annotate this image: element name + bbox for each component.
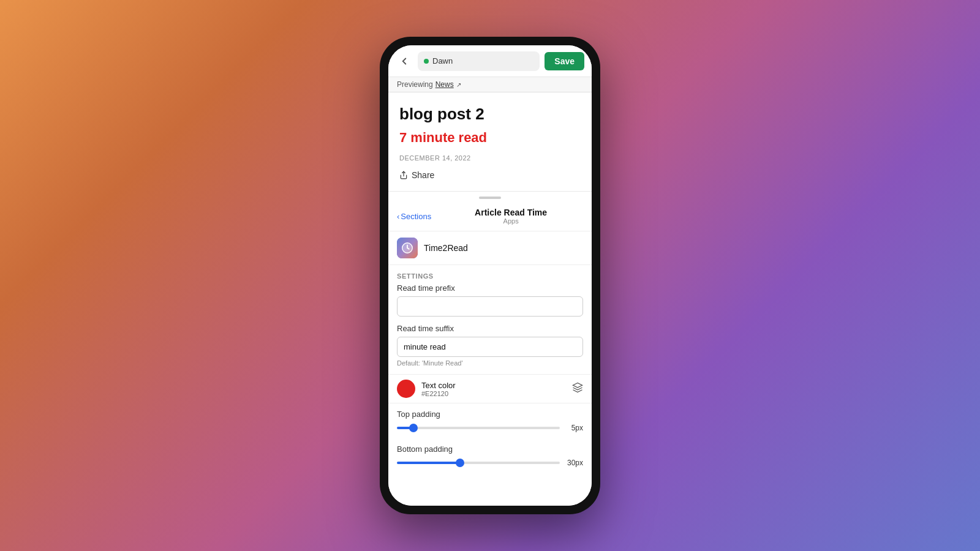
preview-bar: Previewing News ↗ bbox=[388, 77, 592, 92]
blog-title: blog post 2 bbox=[399, 105, 581, 124]
panel-title: Article Read Time bbox=[475, 208, 547, 217]
top-padding-label: Top padding bbox=[397, 410, 583, 419]
phone-screen: Dawn Save Previewing News ↗ blog post 2 … bbox=[388, 45, 592, 506]
bottom-padding-group: Bottom padding 30px bbox=[388, 438, 592, 473]
bottom-padding-value: 30px bbox=[565, 459, 583, 467]
suffix-field-group: Read time suffix Default: 'Minute Read' bbox=[388, 324, 592, 374]
settings-section-label: SETTINGS bbox=[388, 265, 592, 283]
app-icon bbox=[397, 238, 418, 258]
bottom-padding-label: Bottom padding bbox=[397, 444, 583, 454]
top-bar: Dawn Save bbox=[388, 45, 592, 77]
panel-title-group: Article Read Time Apps bbox=[439, 208, 583, 225]
site-selector[interactable]: Dawn bbox=[418, 51, 540, 71]
panel-subtitle: Apps bbox=[503, 217, 519, 225]
sections-label: Sections bbox=[401, 212, 431, 221]
layers-icon bbox=[572, 382, 583, 395]
save-button[interactable]: Save bbox=[545, 52, 584, 70]
previewing-label: Previewing bbox=[397, 80, 433, 89]
share-button[interactable]: Share bbox=[399, 170, 581, 180]
post-date: DECEMBER 14, 2022 bbox=[399, 154, 581, 162]
drag-handle bbox=[388, 192, 592, 201]
svg-marker-3 bbox=[573, 383, 582, 388]
top-padding-group: Top padding 5px bbox=[388, 403, 592, 438]
bottom-padding-slider[interactable] bbox=[397, 462, 560, 464]
read-time-display: 7 minute read bbox=[399, 130, 581, 146]
app-row: Time2Read bbox=[388, 231, 592, 265]
color-swatch bbox=[397, 380, 415, 398]
chevron-left-icon: ‹ bbox=[397, 212, 399, 221]
suffix-label: Read time suffix bbox=[397, 324, 583, 333]
drag-handle-bar bbox=[479, 197, 501, 199]
share-label: Share bbox=[412, 170, 434, 180]
bottom-padding-slider-row: 30px bbox=[397, 459, 583, 467]
prefix-label: Read time prefix bbox=[397, 283, 583, 293]
top-padding-slider[interactable] bbox=[397, 427, 560, 429]
content-area: blog post 2 7 minute read DECEMBER 14, 2… bbox=[388, 92, 592, 506]
back-button[interactable] bbox=[396, 53, 413, 70]
blog-preview: blog post 2 7 minute read DECEMBER 14, 2… bbox=[388, 92, 592, 192]
app-icon-background bbox=[397, 238, 418, 258]
color-row[interactable]: Text color #E22120 bbox=[388, 374, 592, 403]
phone-shell: Dawn Save Previewing News ↗ blog post 2 … bbox=[380, 37, 600, 514]
panel-header: ‹ Sections Article Read Time Apps bbox=[388, 201, 592, 231]
top-padding-value: 5px bbox=[565, 424, 583, 432]
color-info: Text color #E22120 bbox=[421, 381, 566, 397]
prefix-input[interactable] bbox=[397, 296, 583, 317]
site-status-dot bbox=[424, 59, 429, 64]
prefix-field-group: Read time prefix bbox=[388, 283, 592, 324]
preview-link[interactable]: News bbox=[435, 80, 454, 89]
suffix-hint: Default: 'Minute Read' bbox=[397, 359, 583, 367]
color-value: #E22120 bbox=[421, 390, 566, 397]
external-link-icon: ↗ bbox=[456, 81, 461, 88]
color-label: Text color bbox=[421, 381, 566, 390]
sections-back-button[interactable]: ‹ Sections bbox=[397, 212, 431, 221]
settings-panel: ‹ Sections Article Read Time Apps bbox=[388, 201, 592, 473]
top-padding-slider-row: 5px bbox=[397, 424, 583, 432]
site-name: Dawn bbox=[432, 56, 453, 66]
suffix-input[interactable] bbox=[397, 337, 583, 357]
app-name: Time2Read bbox=[424, 243, 468, 253]
